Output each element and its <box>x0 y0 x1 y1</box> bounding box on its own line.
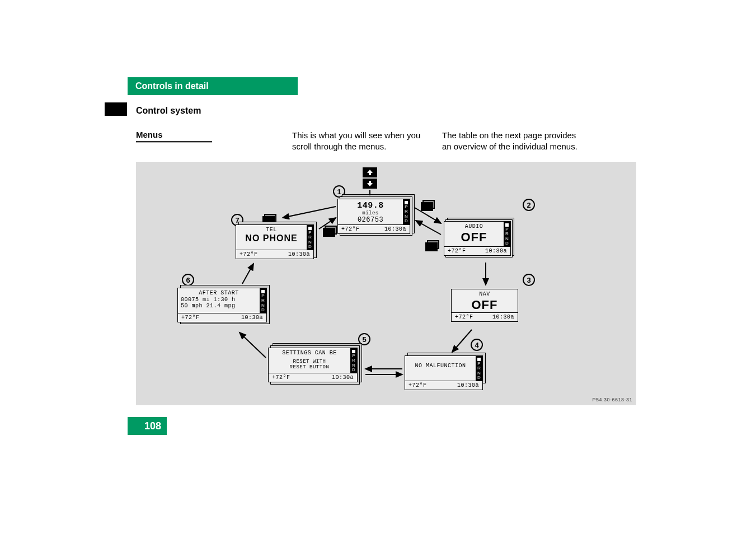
menus-heading: Menus <box>136 130 163 139</box>
phone-title: TEL <box>239 227 304 233</box>
screen-odometer: 149.8 miles 026753 PRND +72°F10:30a <box>337 199 410 234</box>
footer-time: 10:30a <box>457 382 479 388</box>
odo-value: 149.8 <box>341 201 400 210</box>
footer-temp: +72°F <box>408 382 427 388</box>
page-number: 108 <box>128 417 167 435</box>
screen-trip: AFTER START 00075 mi 1:30 h 50 mph 21.4 … <box>177 288 267 322</box>
trip-line2: 50 mph 21.4 mpg <box>181 303 257 310</box>
intro-text-2: The table on the next page provides an o… <box>442 130 588 153</box>
screen-settings: SETTINGS CAN BE RESET WITH RESET BUTTON … <box>268 348 358 382</box>
screen-audio: AUDIO OFF PRND +72°F10:30a <box>444 221 511 256</box>
malfunction-text: NO MALFUNCTION <box>408 363 473 369</box>
footer-time: 10:30a <box>288 251 310 257</box>
screens-icon <box>425 241 438 250</box>
callout-3: 3 <box>523 274 535 286</box>
svg-line-8 <box>240 332 266 358</box>
footer-temp: +72°F <box>272 374 290 381</box>
settings-title: SETTINGS CAN BE <box>271 350 348 357</box>
audio-state: OFF <box>447 230 501 244</box>
callout-6: 6 <box>182 274 194 286</box>
svg-line-5 <box>452 330 472 352</box>
footer-time: 10:30a <box>384 226 406 232</box>
screen-phone: TEL NO PHONE PRND +72°F10:30a <box>236 224 314 259</box>
svg-line-0 <box>283 207 336 218</box>
footer-time: 10:30a <box>485 248 507 254</box>
section-tab: Controls in detail <box>128 77 298 95</box>
footer-temp: +72°F <box>448 248 466 254</box>
prnd-indicator: PRND <box>476 356 482 381</box>
intro-text-1: This is what you will see when you scrol… <box>292 130 430 153</box>
audio-title: AUDIO <box>447 223 501 230</box>
trip-line1: 00075 mi 1:30 h <box>181 297 257 303</box>
odo-total: 026753 <box>341 217 400 224</box>
nav-title: NAV <box>454 291 515 298</box>
footer-time: 10:30a <box>241 315 263 321</box>
screens-icon <box>421 201 433 210</box>
settings-line2: RESET BUTTON <box>271 364 348 370</box>
callout-4: 4 <box>471 339 483 351</box>
svg-line-9 <box>242 264 253 284</box>
screen-malfunction: NO MALFUNCTION PRND +72°F10:30a <box>405 355 483 390</box>
phone-state: NO PHONE <box>239 233 304 243</box>
figure-code: P54.30-6618-31 <box>592 397 632 402</box>
svg-line-3 <box>416 221 441 235</box>
nav-state: OFF <box>454 298 515 312</box>
prnd-indicator: PRND <box>504 222 510 246</box>
footer-temp: +72°F <box>455 314 473 320</box>
footer-temp: +72°F <box>341 226 360 232</box>
settings-line1: RESET WITH <box>271 359 348 364</box>
prnd-indicator: PRND <box>260 288 266 313</box>
screens-icon <box>323 227 335 236</box>
prnd-indicator: PRND <box>403 199 410 224</box>
prnd-indicator: PRND <box>350 348 357 373</box>
footer-time: 10:30a <box>492 314 514 320</box>
footer-temp: +72°F <box>181 315 200 321</box>
footer-time: 10:30a <box>332 374 354 381</box>
footer-temp: +72°F <box>240 251 258 257</box>
section-subtitle: Control system <box>136 106 201 116</box>
menu-diagram: 1 2 3 4 5 6 7 149.8 miles 026753 PRND +7… <box>136 162 636 405</box>
callout-2: 2 <box>523 199 535 211</box>
menus-rule <box>136 141 212 143</box>
screen-nav: NAV OFF +72°F10:30a <box>451 289 518 322</box>
prnd-indicator: PRND <box>307 225 313 250</box>
nav-up-down-icon <box>363 167 377 190</box>
trip-title: AFTER START <box>181 290 257 297</box>
section-marker <box>105 102 127 116</box>
